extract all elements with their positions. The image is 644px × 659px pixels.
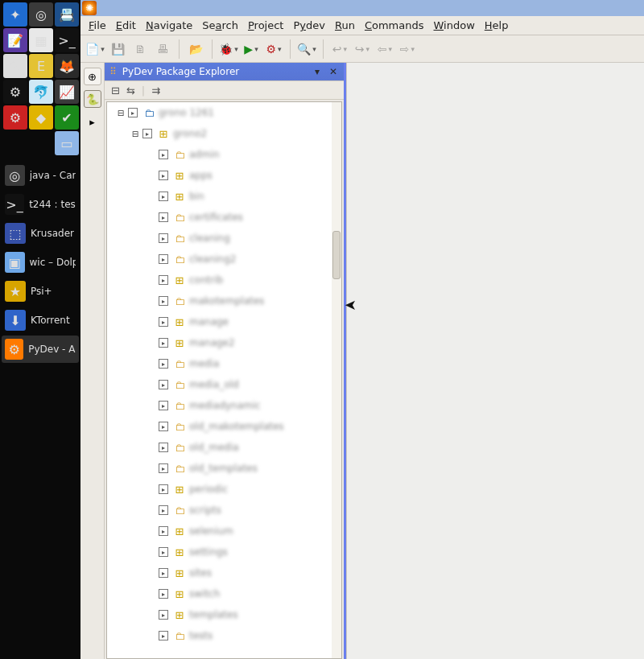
nav-annotation-button[interactable]: ↪ <box>353 39 372 59</box>
launcher-check[interactable]: ✔ <box>55 105 79 130</box>
task-krusader[interactable]: ⬚Krusader <box>2 220 79 247</box>
task-chrome-java[interactable]: ◎java - Can <box>2 162 79 189</box>
nav-last-edit-button[interactable]: ↩ <box>330 39 349 59</box>
view-header[interactable]: ⠿ PyDev Package Explorer ▾ ✕ <box>105 63 344 80</box>
tree-item[interactable]: ▸🗀media <box>107 353 341 374</box>
menu-search[interactable]: Search <box>202 19 238 31</box>
tree-item[interactable]: ▸🗀old_media <box>107 437 341 458</box>
launcher-kate[interactable]: 📝 <box>3 28 27 52</box>
tree-item[interactable]: ▸🗀media_old <box>107 374 341 395</box>
task-pydev[interactable]: ⚙PyDev - Ap <box>2 336 79 363</box>
nav-back-button[interactable]: ⇦ <box>375 39 394 59</box>
tree-item[interactable]: ▸⊞switch <box>107 583 341 604</box>
tree-root: ⊟▸🗀grono 1261⊟▸⊞grono2▸🗀admin▸⊞apps▸⊞bin… <box>107 102 341 646</box>
new-button[interactable]: 📄 <box>85 39 105 59</box>
vcs-badge-icon: ▸ <box>159 401 168 410</box>
tree-item[interactable]: ▸⊞contrib <box>107 270 341 290</box>
launcher-mysql-workbench[interactable]: 🐬 <box>29 80 53 104</box>
launcher-settings-gear[interactable]: ⚙ <box>3 80 27 104</box>
pydev-perspective-button[interactable]: 🐍 <box>84 90 101 108</box>
menu-navigate[interactable]: Navigate <box>146 19 192 31</box>
scrollbar-thumb[interactable] <box>332 231 341 279</box>
tree-item[interactable]: ▸🗀admin <box>107 144 341 165</box>
tree-item[interactable]: ▸⊞settings <box>107 542 341 562</box>
tree-item-label: manage2 <box>189 337 235 348</box>
print-button[interactable]: 🖶 <box>153 39 172 59</box>
launcher-stats[interactable]: 📈 <box>55 80 79 104</box>
save-button[interactable]: 💾 <box>108 39 127 59</box>
view-menu-button[interactable]: ▾ <box>312 66 323 77</box>
menu-run[interactable]: Run <box>335 19 355 31</box>
tree-twist-icon[interactable]: ⊟ <box>131 130 139 138</box>
launcher-kontact[interactable]: 📇 <box>55 2 79 27</box>
debug-button[interactable]: 🐞 <box>219 39 238 59</box>
tree-item[interactable]: ▸🗀tests <box>107 625 341 646</box>
tree-item-label: certificates <box>189 212 243 223</box>
launcher-kwrite[interactable]: ✎ <box>3 54 27 78</box>
package-icon: ⊞ <box>173 190 186 203</box>
search-button[interactable]: 🔍 <box>297 39 316 59</box>
task-ktorrent[interactable]: ⬇KTorrent <box>2 307 79 334</box>
tree-item[interactable]: ▸⊞sites <box>107 562 341 583</box>
tree-item-label: mediadynamic <box>189 400 261 411</box>
launcher-chrome[interactable]: ◎ <box>29 2 53 27</box>
tree-item-label: old_media <box>189 442 239 453</box>
launcher-konsole[interactable]: >_ <box>55 28 79 52</box>
collapse-all-button[interactable]: ⊟ <box>111 84 120 97</box>
tree-item[interactable]: ⊟▸🗀grono 1261 <box>107 102 341 123</box>
view-toolbar: ⊟ ⇆ | ⇉ <box>105 80 344 100</box>
menu-pydev[interactable]: Pydev <box>293 19 325 31</box>
launcher-calc[interactable]: ▦ <box>29 28 53 52</box>
launcher-star[interactable]: ◆ <box>29 105 53 130</box>
folder-icon: 🗀 <box>173 399 186 412</box>
tree-item[interactable]: ▸⊞manage <box>107 311 341 332</box>
menu-commands[interactable]: Commands <box>365 19 424 31</box>
menu-file[interactable]: File <box>89 19 106 31</box>
task-konsole-t244[interactable]: >_t244 : test <box>2 191 79 218</box>
tree-item[interactable]: ▸⊞apps <box>107 165 341 186</box>
vcs-badge-icon: ▸ <box>159 589 168 599</box>
run-button[interactable]: ▶ <box>242 39 261 59</box>
link-editor-button[interactable]: ⇆ <box>126 84 135 97</box>
launcher-folder-light[interactable]: ▭ <box>55 131 79 155</box>
tree-item[interactable]: ▸🗀mediadynamic <box>107 395 341 416</box>
fast-view-button[interactable]: ▸ <box>84 113 101 130</box>
tree-item[interactable]: ▸🗀cleaning <box>107 228 341 249</box>
view-close-button[interactable]: ✕ <box>328 66 339 77</box>
save-all-button[interactable]: 🗎 <box>130 39 150 59</box>
tree-item[interactable]: ▸⊞templates <box>107 604 341 625</box>
tree-item[interactable]: ▸🗀cleaning2 <box>107 249 341 270</box>
menu-edit[interactable]: Edit <box>116 19 136 31</box>
mouse-cursor-icon: ➤ <box>345 296 357 313</box>
nav-forward-button[interactable]: ⇨ <box>398 39 417 59</box>
tree-item[interactable]: ▸🗀certificates <box>107 207 341 228</box>
tree-scrollbar[interactable] <box>332 102 341 658</box>
editor-area[interactable] <box>346 63 644 659</box>
open-perspective-button[interactable]: ⊕ <box>84 68 101 85</box>
tree-twist-icon[interactable]: ⊟ <box>117 109 125 117</box>
menu-help[interactable]: Help <box>485 19 509 31</box>
tree-item[interactable]: ▸⊞periodic <box>107 479 341 500</box>
tree-item[interactable]: ▸⊞bin <box>107 186 341 207</box>
tree-item[interactable]: ▸🗀old_makotemplates <box>107 416 341 437</box>
tree-item-label: scripts <box>189 505 221 516</box>
tree-item[interactable]: ▸🗀makotemplates <box>107 290 341 311</box>
launcher-settings-red[interactable]: ⚙ <box>3 105 27 130</box>
task-dolphin-wic[interactable]: ▣wic – Dolp <box>2 249 79 276</box>
task-psi[interactable]: ★Psi+ <box>2 278 79 305</box>
package-icon: ⊞ <box>173 566 186 579</box>
menu-window[interactable]: Window <box>434 19 475 31</box>
tree-item[interactable]: ⊟▸⊞grono2 <box>107 123 341 144</box>
tree-item[interactable]: ▸🗀old_templates <box>107 458 341 479</box>
view-filter-button[interactable]: ⇉ <box>151 84 160 97</box>
launcher-firefox[interactable]: 🦊 <box>55 54 79 78</box>
launcher-kde-kmenu[interactable]: ✦ <box>3 2 27 27</box>
external-tools-button[interactable]: ⚙ <box>264 39 283 59</box>
launcher-eric[interactable]: E <box>29 54 53 78</box>
tree-item[interactable]: ▸⊞manage2 <box>107 332 341 353</box>
tree-item[interactable]: ▸🗀scripts <box>107 500 341 521</box>
package-tree[interactable]: ⊟▸🗀grono 1261⊟▸⊞grono2▸🗀admin▸⊞apps▸⊞bin… <box>106 101 342 659</box>
tree-item[interactable]: ▸⊞selenium <box>107 521 341 542</box>
open-resource-button[interactable]: 📂 <box>186 39 205 59</box>
menu-project[interactable]: Project <box>248 19 284 31</box>
